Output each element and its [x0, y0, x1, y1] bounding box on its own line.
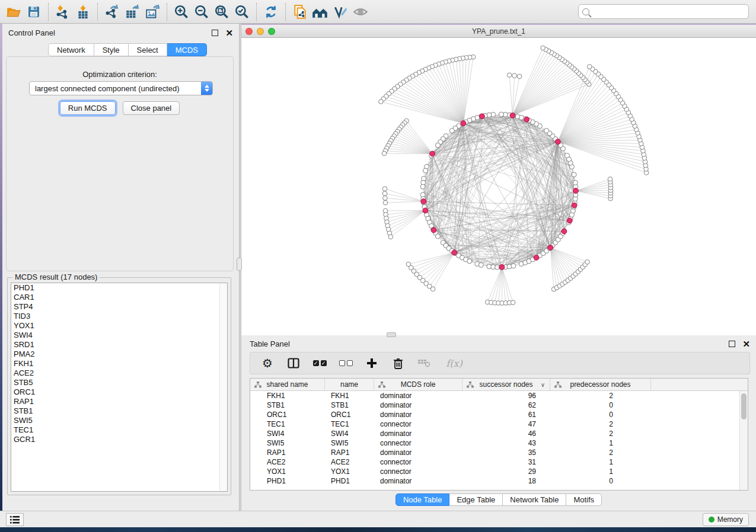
table-row[interactable]: FKH1FKH1dominator962: [250, 391, 739, 400]
tab-select[interactable]: Select: [129, 43, 167, 56]
mcds-result-item[interactable]: TEC1: [11, 425, 227, 435]
log-console-button[interactable]: [6, 513, 24, 526]
tab-motifs[interactable]: Motifs: [566, 493, 602, 506]
mcds-result-item[interactable]: PHD1: [11, 283, 227, 293]
zoom-selected-button[interactable]: [232, 2, 252, 22]
mcds-result-item[interactable]: STB5: [11, 378, 227, 387]
mcds-result-item[interactable]: ACE2: [11, 368, 227, 378]
control-panel-tabs: Network Style Select MCDS: [48, 43, 207, 56]
column-header-shared-name[interactable]: shared name: [250, 379, 325, 390]
mcds-result-item[interactable]: SRD1: [11, 340, 227, 350]
node-table: shared name name MCDS role successor nod…: [250, 378, 748, 491]
import-network-button[interactable]: [53, 2, 73, 22]
mcds-result-item[interactable]: SWI5: [11, 416, 227, 425]
tab-mcds[interactable]: MCDS: [167, 43, 207, 56]
float-table-panel-icon[interactable]: [729, 341, 735, 347]
network-canvas[interactable]: [241, 38, 756, 335]
mcds-result-item[interactable]: STP4: [11, 302, 227, 312]
column-header-predecessor-nodes[interactable]: predecessor nodes: [550, 379, 651, 390]
tab-edge-table[interactable]: Edge Table: [449, 493, 503, 506]
run-mcds-button[interactable]: Run MCDS: [60, 101, 116, 115]
table-scrollbar-thumb[interactable]: [741, 393, 747, 419]
tab-node-table[interactable]: Node Table: [395, 493, 450, 506]
deselect-all-button[interactable]: [338, 355, 353, 371]
table-row[interactable]: STB1STB1dominator620: [250, 400, 739, 410]
table-cell: 61: [462, 411, 550, 419]
import-table-button[interactable]: [73, 2, 93, 22]
close-panel-button[interactable]: Close panel: [123, 101, 180, 115]
vertical-splitter-grip[interactable]: [237, 258, 242, 271]
network-window-title: YPA_prune.txt_1: [241, 27, 756, 36]
select-all-button[interactable]: ✓✓: [312, 355, 327, 371]
zoom-fit-icon: [214, 4, 229, 20]
search-input[interactable]: [592, 7, 748, 16]
export-network-button[interactable]: [102, 2, 122, 22]
mcds-result-item[interactable]: SWI4: [11, 331, 227, 340]
horizontal-splitter-grip[interactable]: [387, 332, 396, 337]
add-column-button[interactable]: [364, 355, 379, 371]
mcds-result-list[interactable]: PHD1CAR1STP4TID3YOX1SWI4SRD1PMA2FKH1ACE2…: [11, 283, 228, 492]
mcds-result-item[interactable]: RAP1: [11, 397, 227, 406]
close-panel-icon[interactable]: ✕: [225, 30, 233, 36]
table-row[interactable]: SWI4SWI4dominator462: [250, 429, 739, 438]
mcds-result-item[interactable]: FKH1: [11, 359, 227, 368]
table-row[interactable]: RAP1RAP1dominator352: [250, 448, 739, 457]
status-bar: Memory: [0, 511, 756, 527]
mcds-result-item[interactable]: YOX1: [11, 321, 227, 331]
eye-button[interactable]: [350, 2, 371, 22]
delete-table-icon: [417, 358, 430, 368]
table-cell: TEC1: [250, 420, 325, 428]
network-from-selection-button[interactable]: [290, 2, 310, 22]
search-field[interactable]: [578, 4, 749, 19]
table-cell: ORC1: [325, 411, 374, 419]
column-header-successor-nodes[interactable]: successor nodes ∨: [462, 379, 550, 390]
zoom-out-icon: [194, 4, 209, 20]
mcds-result-item[interactable]: STB1: [11, 406, 227, 416]
column-header-mcds-role[interactable]: MCDS role: [374, 379, 462, 390]
table-cell: TEC1: [325, 420, 374, 428]
mcds-result-item[interactable]: GCR1: [11, 435, 227, 444]
mcds-result-item[interactable]: PMA2: [11, 350, 227, 359]
table-row[interactable]: YOX1YOX1connector291: [250, 467, 739, 476]
zoom-fit-button[interactable]: [212, 2, 232, 22]
neighbors-icon: [311, 4, 329, 20]
open-file-button[interactable]: [4, 2, 24, 22]
zoom-in-button[interactable]: [171, 2, 192, 22]
refresh-button[interactable]: [261, 2, 281, 22]
tab-style[interactable]: Style: [94, 43, 129, 56]
table-cell: 96: [462, 392, 550, 400]
table-panel-tabs: Node Table Edge Table Network Table Moti…: [241, 493, 756, 506]
annotation-button[interactable]: [330, 2, 350, 22]
split-panel-button[interactable]: [286, 355, 301, 371]
mcds-result-item[interactable]: ORC1: [11, 387, 227, 397]
criterion-dropdown[interactable]: largest connected component (undirected): [29, 81, 213, 95]
zoom-out-button[interactable]: [192, 2, 212, 22]
tab-network-table[interactable]: Network Table: [503, 493, 566, 506]
column-header-name[interactable]: name: [325, 379, 374, 390]
float-panel-icon[interactable]: [212, 30, 218, 36]
mcds-result-item[interactable]: CAR1: [11, 293, 227, 302]
table-scrollbar[interactable]: [739, 391, 748, 490]
table-row[interactable]: ORC1ORC1dominator610: [250, 410, 739, 419]
table-row[interactable]: SWI5SWI5connector431: [250, 438, 739, 448]
neighbors-button[interactable]: [310, 2, 330, 22]
toolbar-separator: [97, 3, 98, 21]
open-file-icon: [6, 4, 21, 20]
export-table-button[interactable]: [122, 2, 142, 22]
save-session-button[interactable]: [24, 2, 44, 22]
table-row[interactable]: TEC1TEC1connector472: [250, 419, 739, 429]
memory-button[interactable]: Memory: [703, 513, 749, 526]
table-cell: 1: [550, 439, 651, 447]
table-cell: 1: [550, 458, 651, 466]
tab-network[interactable]: Network: [48, 43, 94, 56]
table-settings-button[interactable]: ⚙: [260, 355, 275, 371]
export-image-button[interactable]: [142, 2, 162, 22]
mcds-result-item[interactable]: TID3: [11, 312, 227, 321]
list-scrollbar[interactable]: [219, 283, 227, 491]
network-window-titlebar[interactable]: YPA_prune.txt_1: [241, 25, 756, 38]
table-row[interactable]: ACE2ACE2connector311: [250, 457, 739, 467]
table-cell: dominator: [374, 430, 462, 438]
close-table-panel-icon[interactable]: ✕: [742, 341, 750, 347]
table-row[interactable]: PHD1PHD1dominator180: [250, 476, 739, 486]
delete-button[interactable]: [390, 355, 406, 371]
